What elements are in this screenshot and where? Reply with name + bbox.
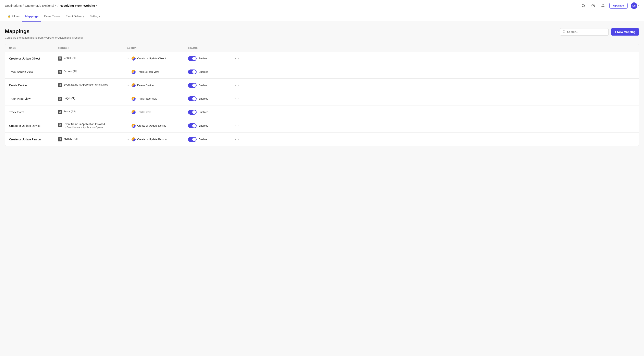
breadcrumb: Destinations / Customer.io (Actions) ▾ /… [5, 4, 97, 7]
search-icon [562, 30, 566, 34]
svg-text:C: C [132, 125, 134, 127]
row-trigger: Group (All) [58, 56, 127, 60]
page-header-left: Mappings Configure the data mapping from… [5, 28, 83, 39]
table-row: Track Page View Page (All) → C Track Pag… [5, 92, 639, 105]
more-options-button[interactable]: ··· [233, 96, 241, 102]
customerio-logo: C [132, 70, 136, 74]
more-options-button[interactable]: ··· [233, 136, 241, 142]
search-input[interactable] [567, 30, 606, 33]
svg-text:C: C [132, 98, 134, 100]
arrow-icon: → [127, 84, 130, 87]
help-button[interactable] [590, 2, 596, 9]
row-action: → C Create or Update Device [127, 124, 188, 128]
status-toggle[interactable] [188, 123, 196, 128]
breadcrumb-destinations[interactable]: Destinations [5, 4, 22, 7]
row-trigger: Event Name is Application Uninstalled [58, 83, 127, 87]
more-options-button[interactable]: ··· [233, 69, 241, 75]
row-action: → C Track Page View [127, 97, 188, 101]
sub-nav: 🔒 Filters Mappings Event Tester Event De… [0, 11, 644, 22]
row-status: Enabled [188, 96, 229, 101]
row-status: Enabled [188, 123, 229, 128]
current-dropdown-icon[interactable]: ▾ [96, 4, 97, 7]
mappings-table: NAME TRIGGER ACTION STATUS Create or Upd… [5, 44, 639, 146]
user-menu[interactable]: LS ▾ [631, 2, 639, 9]
row-name: Create or Update Object [9, 57, 58, 60]
row-more: ··· [229, 136, 241, 142]
page-title: Mappings [5, 28, 83, 34]
tab-event-tester[interactable]: Event Tester [41, 11, 63, 21]
row-name: Track Page View [9, 97, 58, 100]
tab-settings[interactable]: Settings [87, 11, 103, 21]
status-toggle[interactable] [188, 56, 196, 61]
status-toggle[interactable] [188, 110, 196, 115]
table-row: Create or Update Person Identify (All) →… [5, 133, 639, 146]
svg-text:C: C [132, 84, 134, 86]
tab-event-delivery[interactable]: Event Delivery [63, 11, 87, 21]
status-toggle[interactable] [188, 96, 196, 101]
trigger-label: Page (All) [64, 96, 75, 100]
row-action: → C Track Screen View [127, 70, 188, 74]
arrow-icon: → [127, 70, 130, 73]
action-label: Track Screen View [137, 70, 159, 73]
avatar: LS [631, 2, 637, 9]
row-name: Delete Device [9, 84, 58, 87]
more-options-button[interactable]: ··· [233, 123, 241, 129]
notifications-button[interactable] [600, 2, 606, 9]
breadcrumb-customerio[interactable]: Customer.io (Actions) [25, 4, 54, 7]
row-more: ··· [229, 109, 241, 115]
page-header: Mappings Configure the data mapping from… [5, 28, 639, 39]
row-trigger: Identify (All) [58, 137, 127, 141]
status-toggle[interactable] [188, 83, 196, 88]
more-options-button[interactable]: ··· [233, 109, 241, 115]
row-trigger: Page (All) [58, 96, 127, 101]
customerio-dropdown-icon[interactable]: ▾ [55, 4, 56, 7]
row-more: ··· [229, 82, 241, 88]
trigger-text-block: Identify (All) [64, 137, 78, 140]
row-name: Track Event [9, 110, 58, 114]
trigger-icon [58, 83, 62, 87]
customerio-logo: C [132, 124, 136, 128]
header-more [229, 47, 241, 49]
row-more: ··· [229, 55, 241, 61]
row-more: ··· [229, 123, 241, 129]
trigger-sub: or Event Name is Application Opened [64, 126, 105, 129]
more-options-button[interactable]: ··· [233, 82, 241, 88]
header-status: STATUS [188, 47, 229, 49]
new-mapping-button[interactable]: + New Mapping [611, 28, 639, 35]
status-toggle[interactable] [188, 137, 196, 142]
search-button[interactable] [580, 2, 587, 9]
trigger-text-block: Screen (All) [64, 70, 78, 73]
trigger-text-block: Page (All) [64, 96, 75, 100]
arrow-icon: → [127, 138, 130, 141]
header-actions: + New Mapping [560, 28, 639, 35]
trigger-label: Screen (All) [64, 70, 78, 73]
trigger-icon [58, 97, 62, 101]
row-name: Create or Update Device [9, 124, 58, 127]
trigger-label: Event Name is Application Installed [64, 122, 105, 126]
breadcrumb-sep-2: / [58, 4, 58, 7]
trigger-label: Group (All) [64, 56, 76, 59]
row-action: → C Create or Update Person [127, 137, 188, 141]
customerio-logo: C [132, 97, 136, 101]
table-row: Delete Device Event Name is Application … [5, 79, 639, 92]
action-label: Track Page View [137, 97, 157, 100]
trigger-text-block: Track (All) [64, 110, 76, 113]
upgrade-button[interactable]: Upgrade [610, 3, 628, 8]
svg-text:C: C [132, 139, 134, 141]
status-label: Enabled [198, 124, 208, 127]
more-options-button[interactable]: ··· [233, 55, 241, 61]
tab-mappings[interactable]: Mappings [22, 11, 41, 21]
top-nav: Destinations / Customer.io (Actions) ▾ /… [0, 0, 644, 11]
action-label: Create or Update Device [137, 124, 166, 127]
status-label: Enabled [198, 57, 208, 60]
status-toggle[interactable] [188, 69, 196, 74]
action-label: Create or Update Object [137, 57, 166, 60]
customerio-logo: C [132, 56, 136, 60]
page-subtitle: Configure the data mapping from Website … [5, 36, 83, 39]
tab-filters[interactable]: 🔒 Filters [5, 11, 22, 21]
row-action: → C Create or Update Object [127, 56, 188, 60]
search-box [560, 28, 609, 35]
row-name: Create or Update Person [9, 138, 58, 141]
action-label: Create or Update Person [137, 138, 167, 141]
lock-icon: 🔒 [8, 15, 10, 18]
